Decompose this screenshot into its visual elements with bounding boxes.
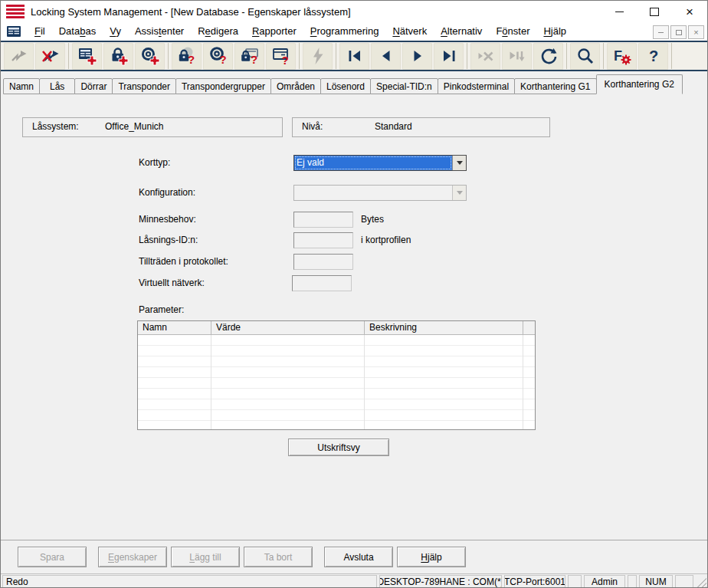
read-transponder-button[interactable]: ? [203,43,233,70]
card-management-panel: Låssystem: Office_Munich Nivå: Standard … [1,94,707,540]
menu-fil[interactable]: Fil [28,22,52,41]
next-record-button[interactable] [402,43,432,70]
minimize-icon [615,11,624,12]
read-card-icon: ? [271,46,291,66]
goto-record-button[interactable] [502,43,532,70]
first-record-button[interactable] [339,43,369,70]
login-button[interactable] [4,43,34,70]
properties-button[interactable]: Egenskaper [98,547,167,567]
refresh-button[interactable] [533,43,563,70]
logout-button[interactable] [35,43,65,70]
svg-text:?: ? [188,53,195,66]
card-type-select[interactable]: Ej vald [293,155,467,171]
card-type-dropdown-button[interactable] [452,156,466,170]
new-transponder-icon [140,46,160,66]
menu-rapporter[interactable]: Rapporter [245,22,303,41]
menu-alternativ[interactable]: Alternativ [434,22,489,41]
search-icon [575,46,595,66]
read-lock-button[interactable]: ? [172,43,202,70]
read-lock-icon: ? [177,46,197,66]
previous-record-button[interactable] [371,43,401,70]
locking-system-label: Låssystem: [32,121,79,132]
tab-strip: Namn Lås Dörrar Transponder Transponderg… [1,71,707,94]
close-button[interactable]: × [672,1,707,22]
menu-vy[interactable]: Vy [103,22,128,41]
new-lock-button[interactable] [103,43,133,70]
new-lock-icon [109,46,129,66]
goto-record-icon [507,46,527,66]
chevron-down-icon [457,191,463,195]
tab-namn[interactable]: Namn [3,78,40,94]
menu-assistenter[interactable]: Assistenter [128,22,191,41]
minimize-button[interactable] [601,1,637,22]
level-label: Nivå: [302,121,323,132]
exit-button[interactable]: Avsluta [324,547,393,567]
column-header-varde[interactable]: Värde [211,321,365,335]
column-header-namn[interactable]: Namn [138,321,211,335]
menu-redigera[interactable]: Redigera [191,22,245,41]
read-network-lock-icon: ? [240,46,260,66]
menu-natverk[interactable]: Nätverk [385,22,434,41]
new-transponder-button[interactable] [135,43,165,70]
tab-pinkodsterminal[interactable]: Pinkodsterminal [438,78,515,94]
tab-dorrar[interactable]: Dörrar [74,78,113,94]
cancel-navigation-icon [476,46,496,66]
configuration-label: Konfiguration: [139,187,195,198]
save-button[interactable]: Spara [18,547,87,567]
menu-fonster[interactable]: Fönster [489,22,536,41]
cancel-navigation-button[interactable] [470,43,500,70]
options-button[interactable]: F [607,43,637,70]
memory-label: Minnesbehov: [139,214,196,225]
tab-omraden[interactable]: Områden [270,78,321,94]
help-dialog-button[interactable]: Hjälp [397,547,466,567]
login-icon [9,46,29,66]
configuration-dropdown-button [452,186,466,200]
memory-input[interactable] [293,212,353,228]
status-blank-3 [675,575,693,588]
mdi-restore-button[interactable] [670,25,687,39]
last-record-button[interactable] [434,43,464,70]
tab-transponder[interactable]: Transponder [112,78,176,94]
program-button[interactable] [303,43,333,70]
accesses-input[interactable] [293,254,353,270]
maximize-icon [650,8,659,16]
tab-special-tidn[interactable]: Special-TID:n [370,78,438,94]
tab-korthantering-g1[interactable]: Korthantering G1 [514,78,596,94]
tab-losenord[interactable]: Lösenord [320,78,371,94]
column-header-spacer [523,321,535,335]
status-num-lock: NUM [639,575,673,588]
read-transponder-icon: ? [208,46,228,66]
app-logo-icon [6,5,25,18]
help-button[interactable]: ? [638,43,668,70]
menu-databas[interactable]: Databas [52,22,103,41]
menu-programmering[interactable]: Programmering [303,22,386,41]
previous-record-icon [376,46,396,66]
menu-hjalp[interactable]: Hjälp [536,22,573,41]
read-card-button[interactable]: ? [266,43,296,70]
lock-ids-input[interactable] [293,232,353,248]
read-network-lock-button[interactable]: ? [234,43,264,70]
add-button[interactable]: Lägg till [171,547,240,567]
remove-button[interactable]: Ta bort [244,547,313,567]
virtual-network-input[interactable] [292,275,352,291]
resize-grip[interactable] [696,575,706,588]
card-type-label: Korttyp: [139,157,170,168]
maximize-button[interactable] [637,1,672,22]
tab-las[interactable]: Lås [39,78,75,94]
new-locking-system-icon [77,46,97,66]
card-type-selected-value: Ej vald [294,156,452,170]
tab-korthantering-g2[interactable]: Korthantering G2 [596,74,683,94]
level-value: Standard [375,121,412,132]
configuration-selected-value [294,186,452,200]
tab-transpondergrupper[interactable]: Transpondergrupper [175,78,271,94]
search-button[interactable] [570,43,600,70]
print-view-button[interactable]: Utskriftsvy [288,439,389,456]
toolbar-separator [566,43,567,69]
document-window-icon[interactable] [6,25,21,38]
column-header-beskrivning[interactable]: Beskrivning [365,321,523,335]
mdi-minimize-button[interactable] [653,25,669,39]
status-tcp-port: TCP-Port:6001 [504,575,565,588]
mdi-close-button[interactable]: × [688,25,704,39]
toolbar-separator [68,43,69,69]
new-locking-system-button[interactable] [72,43,102,70]
